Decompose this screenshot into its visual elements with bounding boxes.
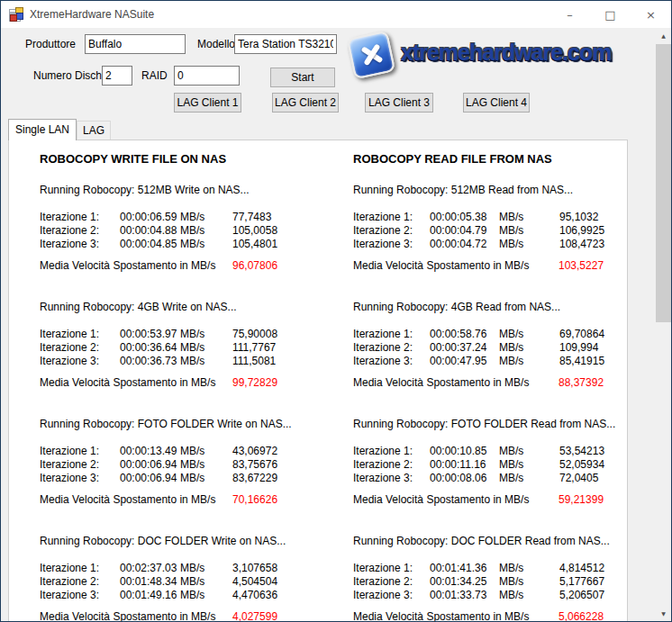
iteration-value: 111,7767 [232,341,321,355]
iteration-time: 00:00:11.16 [430,458,499,472]
app-icon-red-square [10,14,17,22]
iteration-value: 108,4723 [559,238,623,251]
iteration-table: Iterazione 1:00:00:58.76MB/s69,70864 Ite… [353,328,623,368]
iteration-label: Iterazione 3: [353,472,430,485]
iteration-value: 52,05934 [559,458,623,472]
tab-single-lan[interactable]: Single LAN [8,119,77,140]
iteration-unit: MB/s [499,238,559,251]
app-window: XtremeHardware NASuite – □ × Produttore … [0,0,672,622]
read-results-column: ROBOCOPY READ FILE FROM NAS Running Robo… [353,152,623,622]
iteration-time: 00:00:04.72 [430,238,499,251]
modello-input[interactable] [234,34,337,54]
iteration-table: Iterazione 1:00:00:05.38MB/s95,1032 Iter… [353,211,623,251]
iteration-unit: MB/s [499,445,559,458]
running-status: Running Robocopy: DOC FOLDER Write on NA… [40,535,321,548]
iteration-time: 00:00:06.94 [120,472,180,485]
iteration-unit: MB/s [499,472,559,485]
media-label: Media Velocità Spostamento in MB/s [40,493,232,507]
iteration-unit: MB/s [499,458,559,472]
test-block-write-foto: Running Robocopy: FOTO FOLDER Write on N… [40,418,321,507]
media-row: Media Velocità Spostamento in MB/s4,0275… [40,610,321,622]
iteration-value: 105,0058 [232,224,321,238]
iteration-table: Iterazione 1:00:00:53.97MB/s75,90008 Ite… [40,328,321,368]
iteration-value: 69,70864 [559,328,623,341]
title-bar[interactable]: XtremeHardware NASuite – □ × [1,1,671,28]
test-block-write-4gb: Running Robocopy: 4GB Write on NAS... It… [40,301,321,390]
logo-text: xtremehardware.com [401,40,612,66]
lag-client-1-button[interactable]: LAG Client 1 [174,93,241,113]
iteration-time: 00:00:58.76 [430,328,499,341]
iteration-time: 00:00:13.49 [120,445,180,458]
iteration-time: 00:00:04.88 [120,224,180,238]
running-status: Running Robocopy: DOC FOLDER Read from N… [353,535,623,548]
iteration-value: 43,06972 [232,445,321,458]
iteration-value: 83,67229 [232,472,321,485]
media-row: Media Velocità Spostamento in MB/s103,52… [353,259,623,273]
iteration-value: 105,4801 [232,238,321,251]
raid-label: RAID [141,69,168,83]
lag-client-3-button[interactable]: LAG Client 3 [365,93,433,113]
iteration-value: 4,504504 [232,575,321,589]
close-icon[interactable]: × [631,1,671,28]
iteration-label: Iterazione 2: [353,575,430,589]
lag-client-2-button[interactable]: LAG Client 2 [272,93,339,113]
vertical-scrollbar[interactable]: ▲ ▼ [656,28,671,621]
iteration-value: 3,107658 [232,562,321,575]
tab-lag[interactable]: LAG [77,121,111,140]
media-label: Media Velocità Spostamento in MB/s [40,376,232,390]
test-block-read-512mb: Running Robocopy: 512MB Read from NAS...… [353,184,623,273]
iteration-value: 75,90008 [232,328,321,341]
app-icon-blue-square [16,13,23,20]
scrollbar-thumb[interactable] [656,44,671,322]
iteration-time: 00:00:04.85 [120,238,180,251]
iteration-time: 00:00:08.06 [430,472,499,485]
media-value: 96,07806 [232,259,321,273]
start-button[interactable]: Start [270,68,335,87]
iteration-time: 00:00:37.24 [430,341,499,355]
produttore-label: Produttore [25,38,76,51]
scroll-down-icon[interactable]: ▼ [656,606,671,621]
iteration-unit: MB/s [499,211,559,224]
modello-label: Modello [197,38,235,51]
test-block-read-4gb: Running Robocopy: 4GB Read from NAS... I… [353,301,623,390]
iteration-label: Iterazione 3: [40,589,120,602]
iteration-time: 00:00:04.79 [430,224,499,238]
lag-client-4-button[interactable]: LAG Client 4 [463,93,530,113]
test-block-write-doc: Running Robocopy: DOC FOLDER Write on NA… [40,535,321,622]
iteration-label: Iterazione 1: [40,328,120,341]
iteration-value: 85,41915 [559,355,623,368]
maximize-icon[interactable]: □ [590,1,631,28]
raid-input[interactable] [174,66,240,86]
iteration-unit: MB/s [180,472,232,485]
iteration-value: 95,1032 [559,211,623,224]
iteration-unit: MB/s [180,211,232,224]
iteration-time: 00:00:36.73 [120,355,180,368]
media-label: Media Velocità Spostamento in MB/s [353,610,558,622]
iteration-value: 111,5081 [232,355,321,368]
iteration-value: 53,54213 [559,445,623,458]
iteration-value: 5,177667 [559,575,623,589]
iteration-unit: MB/s [180,341,232,355]
numero-dischi-input[interactable] [102,66,132,86]
iteration-value: 72,0405 [559,472,623,485]
write-section-title: ROBOCOPY WRITE FILE ON NAS [40,152,321,166]
iteration-label: Iterazione 1: [353,445,430,458]
media-value: 88,37392 [558,376,623,390]
iteration-table: Iterazione 1:00:02:37.03MB/s3,107658 Ite… [40,562,321,602]
media-row: Media Velocità Spostamento in MB/s59,213… [353,493,623,507]
media-row: Media Velocità Spostamento in MB/s96,078… [40,259,321,273]
minimize-icon[interactable]: – [549,1,590,28]
iteration-unit: MB/s [499,562,559,575]
media-value: 103,5227 [558,259,623,273]
iteration-unit: MB/s [499,341,559,355]
scroll-up-icon[interactable]: ▲ [656,28,671,43]
produttore-input[interactable] [85,34,186,54]
iteration-label: Iterazione 1: [353,211,430,224]
iteration-label: Iterazione 2: [40,458,120,472]
write-results-column: ROBOCOPY WRITE FILE ON NAS Running Roboc… [40,152,321,622]
app-icon [9,7,23,22]
iteration-time: 00:01:41.36 [430,562,499,575]
iteration-time: 00:00:05.38 [430,211,499,224]
running-status: Running Robocopy: 4GB Write on NAS... [40,301,321,314]
iteration-time: 00:01:33.73 [430,589,499,602]
